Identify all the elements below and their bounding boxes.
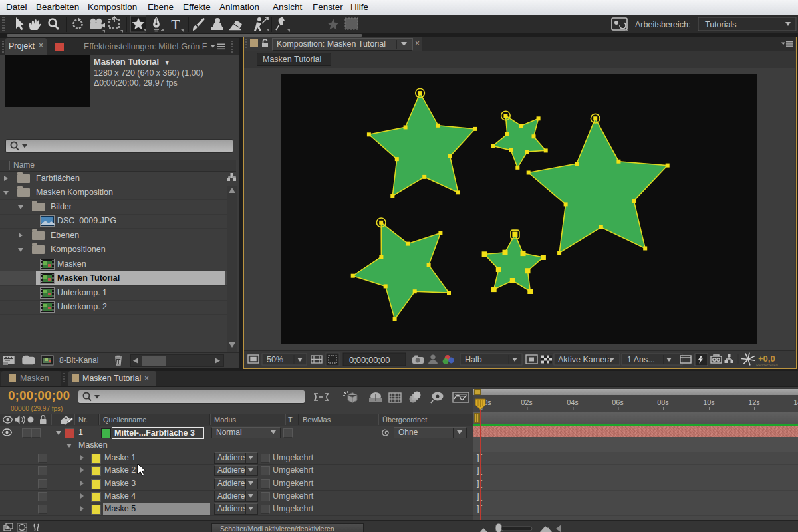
svg-text:Übergeordnet: Übergeordnet: [382, 416, 427, 424]
svg-text:Modus: Modus: [214, 416, 237, 424]
svg-text:10s: 10s: [703, 398, 715, 406]
svg-text:Tutorials: Tutorials: [705, 20, 736, 29]
svg-text:14s: 14s: [793, 398, 798, 406]
svg-text:50%: 50%: [267, 355, 283, 364]
svg-text:Quellenname: Quellenname: [103, 416, 146, 424]
svg-text:Nr.: Nr.: [78, 416, 88, 424]
svg-text:T: T: [288, 416, 293, 424]
svg-text:04s: 04s: [567, 398, 579, 406]
svg-text:Renderzeiten: Renderzeiten: [756, 363, 778, 367]
svg-text:Halb: Halb: [465, 355, 482, 364]
svg-text:BewMas: BewMas: [303, 416, 331, 424]
svg-text:06s: 06s: [612, 398, 624, 406]
svg-text:T: T: [171, 16, 180, 33]
svg-text:Aktive Kamera: Aktive Kamera: [558, 355, 612, 364]
svg-text:Arbeitsbereich:: Arbeitsbereich:: [635, 20, 690, 29]
svg-text:02s: 02s: [521, 398, 533, 406]
svg-text:0;00;00;00: 0;00;00;00: [349, 355, 390, 365]
svg-text:12s: 12s: [748, 398, 760, 406]
svg-text:1 Ans...: 1 Ans...: [627, 355, 655, 364]
svg-text:08s: 08s: [657, 398, 669, 406]
